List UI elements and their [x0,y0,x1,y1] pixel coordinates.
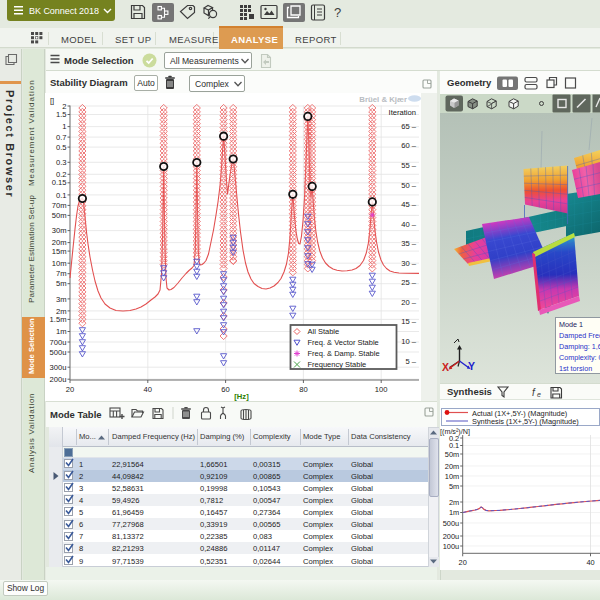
svg-text:100u: 100u [443,542,459,551]
svg-text:Damped Freq: Damped Freq [559,331,600,340]
svg-text:Brüel & Kjær: Brüel & Kjær [359,95,407,104]
svg-text:20 –: 20 – [401,298,417,307]
svg-text:0.15: 0.15 [52,178,67,187]
svg-text:200u: 200u [50,375,67,384]
svg-text:25 –: 25 – [401,278,417,287]
svg-text:1st torsion: 1st torsion [559,364,592,373]
svg-text:300u: 300u [50,363,67,372]
svg-text:e: e [537,391,541,398]
svg-text:50 –: 50 – [401,181,417,190]
svg-text:1.5m: 1.5m [50,315,67,324]
svg-text:5m: 5m [56,279,67,288]
svg-text:10m: 10m [445,472,459,481]
svg-text:10 –: 10 – [401,337,417,346]
svg-text:[]: [] [50,96,54,105]
svg-text:500u: 500u [50,348,67,357]
svg-text:Damping: 1,6: Damping: 1,6 [559,342,600,351]
svg-text:40: 40 [144,385,152,394]
svg-text:Synthesis (1X+,5Y-) (Magnitude: Synthesis (1X+,5Y-) (Magnitude) [472,417,579,426]
svg-text:7m: 7m [56,269,67,278]
svg-text:X: X [442,361,449,373]
svg-text:1m: 1m [449,508,459,517]
svg-text:45 –: 45 – [401,200,417,209]
svg-text:700u: 700u [50,338,67,347]
svg-text:20: 20 [66,385,74,394]
svg-text:20m: 20m [445,462,459,471]
svg-text:[Hz]: [Hz] [234,392,249,401]
svg-text:0.1: 0.1 [56,191,67,200]
svg-text:1.5: 1.5 [56,110,67,119]
svg-text:500u: 500u [443,519,459,528]
svg-text:Complexity: 0: Complexity: 0 [559,353,600,362]
svg-text:3m: 3m [56,295,67,304]
svg-text:2m: 2m [449,498,459,507]
svg-text:50m: 50m [445,450,459,459]
svg-text:f: f [532,387,536,398]
svg-text:80: 80 [299,385,307,394]
svg-text:0.7: 0.7 [56,133,67,142]
svg-text:20: 20 [459,558,467,567]
svg-text:Iteration: Iteration [389,108,416,117]
svg-text:0.3: 0.3 [56,158,67,167]
svg-text:1m: 1m [56,327,67,336]
svg-text:40 –: 40 – [401,220,417,229]
svg-text:50m: 50m [52,211,67,220]
svg-text:40: 40 [586,558,594,567]
svg-text:15 –: 15 – [401,317,417,326]
svg-text:30 –: 30 – [401,259,417,268]
svg-text:Frequency Stable: Frequency Stable [308,360,367,369]
svg-text:200u: 200u [443,532,459,541]
svg-text:55 –: 55 – [401,161,417,170]
svg-text:60: 60 [221,385,229,394]
svg-text:5 –: 5 – [405,357,416,366]
svg-text:15m: 15m [52,247,67,256]
svg-text:?: ? [334,5,341,20]
svg-text:Mode 1: Mode 1 [559,320,583,329]
svg-text:100: 100 [375,385,388,394]
svg-text:30m: 30m [52,226,67,235]
svg-text:60 –: 60 – [401,141,417,150]
svg-text:65 –: 65 – [401,122,417,131]
svg-text:10m: 10m [52,259,67,268]
svg-text:70m: 70m [52,201,67,210]
svg-text:Freq. & Damp. Stable: Freq. & Damp. Stable [308,349,380,358]
svg-text:5m: 5m [449,482,459,491]
svg-text:Freq. & Vector Stable: Freq. & Vector Stable [308,338,379,347]
svg-text:BK Connect 2018: BK Connect 2018 [29,6,99,16]
svg-text:All Stable: All Stable [308,327,340,336]
svg-text:0.5: 0.5 [56,143,67,152]
svg-text:1: 1 [62,122,66,131]
svg-text:Y: Y [468,360,475,372]
svg-text:35 –: 35 – [401,239,417,248]
